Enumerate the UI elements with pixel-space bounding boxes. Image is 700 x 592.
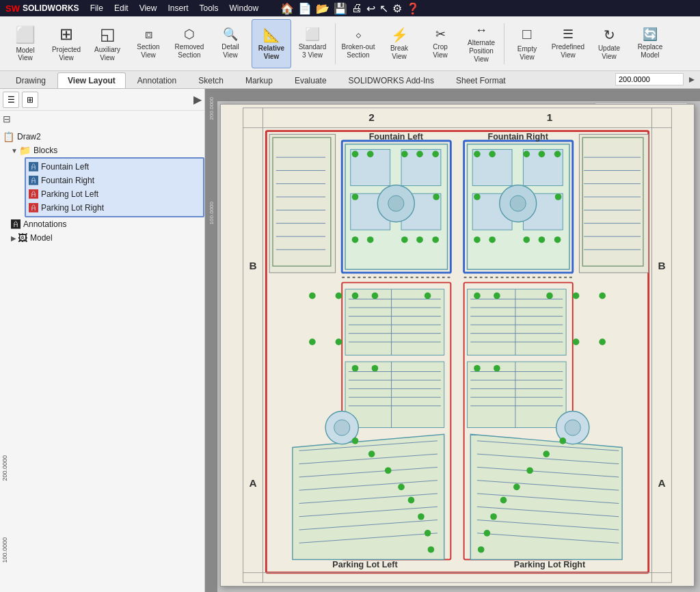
- predefined-view-btn[interactable]: ☰ PredefinedView: [548, 19, 588, 68]
- ruler-left: 200.0000 100.0000: [205, 89, 217, 592]
- undo-icon[interactable]: ↩: [366, 2, 375, 15]
- fountain-left-label-svg: Fountain Left: [369, 132, 424, 142]
- row-label-b-right: B: [658, 260, 665, 271]
- tab-evaluate[interactable]: Evaluate: [284, 72, 337, 88]
- home-icon[interactable]: 🏠: [280, 2, 294, 15]
- tree-item-blocks[interactable]: ▼ 📁 Blocks: [8, 144, 204, 157]
- tree-item-fountain-left[interactable]: 🅰 Fountain Left: [26, 160, 203, 174]
- svg-point-51: [510, 196, 526, 211]
- print-icon[interactable]: 🖨: [351, 2, 362, 14]
- broken-out-section-btn[interactable]: ⬦ Broken-outSection: [338, 19, 378, 68]
- svg-point-94: [425, 293, 431, 299]
- row-label-a-right: A: [658, 477, 665, 489]
- svg-point-136: [559, 438, 566, 444]
- svg-point-91: [334, 420, 350, 435]
- svg-point-34: [367, 151, 374, 158]
- crop-view-btn[interactable]: ✂ CropView: [420, 19, 460, 68]
- relative-view-btn[interactable]: 📐 RelativeView: [252, 19, 291, 68]
- broken-out-section-label: Broken-outSection: [342, 43, 375, 59]
- tab-annotation[interactable]: Annotation: [127, 72, 187, 88]
- cursor-icon[interactable]: ↖: [379, 2, 388, 15]
- help-icon[interactable]: ❓: [406, 2, 420, 15]
- update-view-label: UpdateView: [598, 44, 620, 61]
- tree-item-parking-lot-right[interactable]: 🅰 Parking Lot Right: [26, 201, 203, 215]
- menu-tools[interactable]: Tools: [199, 3, 218, 13]
- svg-point-134: [474, 365, 481, 372]
- projected-view-icon: ⊞: [59, 25, 73, 44]
- model-view-btn[interactable]: ⬜ Model View: [5, 19, 45, 68]
- detail-view-btn[interactable]: 🔍 DetailView: [211, 19, 250, 68]
- tree-item-fountain-right[interactable]: 🅰 Fountain Right: [26, 174, 203, 187]
- svg-point-62: [539, 237, 546, 243]
- options-icon[interactable]: ⚙: [392, 2, 402, 15]
- section-view-label: SectionView: [137, 43, 159, 59]
- break-view-btn[interactable]: ⚡ BreakView: [379, 19, 419, 68]
- tab-markup[interactable]: Markup: [235, 72, 283, 88]
- section-view-btn[interactable]: ⧈ SectionView: [129, 19, 168, 68]
- tree-item-parking-lot-left[interactable]: 🅰 Parking Lot Left: [26, 187, 203, 201]
- tab-sketch[interactable]: Sketch: [188, 72, 234, 88]
- panel-grid-btn[interactable]: ⊞: [22, 92, 38, 108]
- panel-expand-btn[interactable]: ▶: [193, 93, 202, 106]
- svg-point-103: [425, 530, 431, 537]
- alternate-position-view-btn[interactable]: ↔ AlternatePosition View: [461, 19, 501, 68]
- ribbon-expand-icon[interactable]: ▸: [689, 72, 695, 85]
- svg-point-93: [372, 293, 379, 299]
- ruler-left-scale-2: 100.0000: [208, 202, 215, 224]
- menu-edit[interactable]: Edit: [114, 3, 129, 13]
- tab-solidworks-addins[interactable]: SOLIDWORKS Add-Ins: [338, 72, 444, 88]
- projected-view-btn[interactable]: ⊞ ProjectedView: [46, 19, 86, 68]
- svg-point-39: [433, 193, 440, 200]
- auxiliary-view-btn[interactable]: ◱ AuxiliaryView: [88, 19, 127, 68]
- tab-view-layout[interactable]: View Layout: [57, 72, 126, 88]
- svg-point-52: [474, 151, 481, 158]
- new-icon[interactable]: 📄: [298, 2, 312, 15]
- model-view-label: Model View: [16, 46, 34, 62]
- relative-view-icon: 📐: [263, 27, 280, 43]
- solidworks-logo: SW SOLIDWORKS: [5, 3, 79, 14]
- svg-point-145: [336, 338, 342, 345]
- tree-item-annotations[interactable]: 🅰 Annotations: [8, 217, 204, 231]
- draw2-label: Draw2: [17, 132, 41, 142]
- alternate-position-view-icon: ↔: [475, 23, 487, 38]
- dimension-input[interactable]: [615, 73, 684, 85]
- menu-file[interactable]: File: [90, 3, 103, 13]
- svg-point-38: [352, 193, 359, 200]
- menu-window[interactable]: Window: [229, 3, 258, 13]
- svg-point-33: [352, 151, 359, 158]
- tab-drawing[interactable]: Drawing: [5, 72, 56, 88]
- menu-insert[interactable]: Insert: [167, 3, 188, 13]
- replace-model-btn[interactable]: 🔄 ReplaceModel: [630, 19, 670, 68]
- drawing-sheet: 2 1 B A B A: [220, 104, 695, 587]
- filter-row: ⊟: [0, 111, 204, 127]
- fountain-right-label-svg: Fountain Right: [488, 132, 549, 142]
- update-view-btn[interactable]: ↻ UpdateView: [589, 19, 629, 68]
- svg-point-61: [523, 237, 530, 243]
- tree-item-model[interactable]: ▶ 🖼 Model: [8, 231, 204, 245]
- sw-icon: SW: [5, 3, 20, 14]
- open-icon[interactable]: 📂: [316, 2, 329, 15]
- svg-point-147: [309, 338, 316, 345]
- canvas-area[interactable]: 200.0000 100.0000 🔍 🔎 ⟲ ⟳ ◀ ▶ 2 1 B: [205, 89, 700, 592]
- auxiliary-view-icon: ◱: [100, 25, 116, 44]
- model-arrow: ▶: [11, 234, 16, 242]
- removed-section-btn[interactable]: ⬡ RemovedSection: [170, 19, 209, 68]
- menu-view[interactable]: View: [139, 3, 157, 13]
- empty-view-btn[interactable]: □ EmptyView: [507, 19, 547, 68]
- panel-list-btn[interactable]: ☰: [3, 92, 19, 108]
- auxiliary-view-label: AuxiliaryView: [94, 46, 120, 62]
- tab-sheet-format[interactable]: Sheet Format: [446, 72, 516, 88]
- parking-lot-left-icon: 🅰: [29, 189, 38, 200]
- svg-point-97: [352, 438, 359, 444]
- standard-3-view-btn[interactable]: ⬜ Standard3 View: [293, 19, 332, 68]
- model-icon: 🖼: [18, 232, 27, 243]
- save-icon[interactable]: 💾: [334, 2, 347, 15]
- drawing-svg: 2 1 B A B A: [221, 105, 694, 586]
- ribbon-right: ▸: [615, 72, 695, 88]
- tree-item-draw2[interactable]: 📋 Draw2: [0, 130, 204, 144]
- ruler-left-scale: 200.0000: [208, 97, 215, 120]
- row-label-a-left: A: [249, 477, 256, 489]
- blocks-icon: 📁: [19, 145, 31, 156]
- parking-lot-right-icon: 🅰: [29, 202, 38, 213]
- model-view-icon: ⬜: [15, 25, 36, 45]
